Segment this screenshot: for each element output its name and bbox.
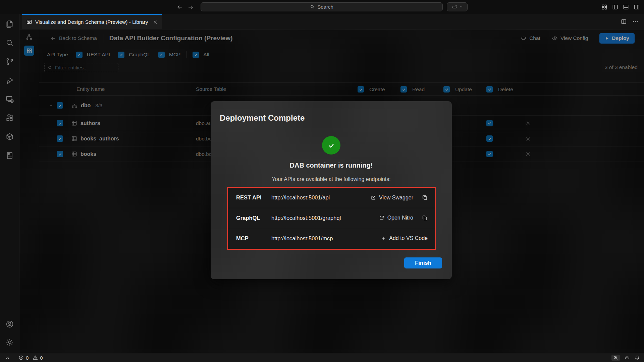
update-column-label: Update [455, 86, 472, 93]
create-column-label: Create [369, 86, 385, 93]
status-bar: 0 0 [0, 353, 644, 362]
delete-checkbox[interactable] [486, 151, 493, 157]
chat-label: Chat [529, 35, 540, 41]
endpoint-label: MCP [236, 235, 271, 242]
copy-icon[interactable] [422, 215, 428, 221]
arrow-left-icon [50, 36, 56, 41]
container-tools-icon[interactable] [5, 132, 14, 141]
row-settings-gear-icon[interactable] [525, 120, 531, 126]
dbo-group-checkbox[interactable] [57, 102, 63, 109]
delete-column-label: Delete [498, 86, 513, 93]
endpoint-url: http://localhost:5001/graphql [271, 215, 341, 221]
mcp-checkbox[interactable] [158, 52, 165, 58]
split-editor-icon[interactable] [621, 18, 627, 25]
table-grid-icon [71, 135, 77, 142]
notifications-bell-icon[interactable] [634, 355, 640, 361]
success-check-icon [322, 136, 340, 155]
deploy-button[interactable]: Deploy [599, 33, 635, 44]
warning-count: 0 [40, 355, 43, 361]
view-config-button[interactable]: View Config [552, 35, 588, 41]
source-table-header: Source Table [196, 86, 226, 92]
endpoint-row-graphql: GraphQL http://localhost:5001/graphql Op… [228, 208, 435, 229]
nav-back-icon[interactable] [176, 4, 183, 10]
chat-button[interactable]: Chat [521, 35, 540, 41]
graphql-label: GraphQL [129, 52, 150, 58]
back-to-schema-link[interactable]: Back to Schema [50, 35, 97, 41]
tab-visualize-design-schema[interactable]: Visualize and Design Schema (Preview) - … [22, 14, 162, 29]
read-column-checkbox[interactable] [400, 86, 407, 93]
delete-checkbox[interactable] [486, 135, 493, 142]
run-debug-icon[interactable] [5, 76, 14, 85]
api-type-divider [186, 51, 187, 58]
row-checkbox[interactable] [57, 135, 63, 142]
create-column-checkbox[interactable] [358, 86, 364, 93]
endpoint-url: http://localhost:5001/mcp [271, 235, 333, 242]
title-bar: Search [0, 0, 644, 14]
graphql-checkbox[interactable] [118, 52, 124, 58]
row-checkbox[interactable] [57, 151, 63, 157]
search-view-icon[interactable] [5, 38, 14, 48]
filter-entities-field[interactable] [55, 65, 109, 70]
copilot-status-icon[interactable] [624, 355, 630, 361]
settings-gear-icon[interactable] [5, 338, 14, 347]
warning-icon [33, 355, 38, 360]
endpoint-label: GraphQL [236, 215, 271, 221]
row-checkbox[interactable] [57, 120, 63, 126]
schema-view-icon[interactable] [24, 32, 34, 42]
page-title: Data API Builder Configuration (Preview) [109, 35, 233, 42]
open-nitro-link[interactable]: Open Nitro [379, 215, 413, 221]
view-config-label: View Config [560, 35, 588, 41]
copy-icon[interactable] [422, 195, 428, 200]
endpoint-url: http://localhost:5001/api [271, 194, 330, 201]
toggle-secondary-sidebar-icon[interactable] [633, 4, 640, 10]
editor-tab-bar: Visualize and Design Schema (Preview) - … [19, 14, 644, 29]
problems-indicator[interactable]: 0 0 [18, 355, 43, 361]
chevron-down-icon [459, 5, 463, 9]
delete-checkbox[interactable] [486, 120, 493, 126]
nav-forward-icon[interactable] [187, 4, 194, 10]
vscode-window: Search [0, 0, 644, 362]
update-column-checkbox[interactable] [443, 86, 450, 93]
account-icon[interactable] [5, 319, 14, 329]
filter-entities-input[interactable] [44, 63, 118, 72]
explorer-icon[interactable] [5, 19, 14, 29]
tab-close-icon[interactable] [153, 20, 158, 24]
more-actions-icon[interactable] [632, 18, 639, 25]
row-settings-gear-icon[interactable] [525, 151, 531, 157]
rest-api-checkbox[interactable] [76, 52, 83, 58]
all-label: All [203, 52, 209, 58]
source-control-icon[interactable] [5, 57, 14, 66]
endpoint-row-mcp: MCP http://localhost:5001/mcp Add to VS … [228, 228, 435, 249]
table-header-row: Entity Name Source Table Create Read Upd… [39, 82, 644, 96]
chevron-down-icon[interactable] [45, 103, 57, 108]
group-name: dbo [81, 103, 91, 109]
webview-side-toolbar [19, 29, 39, 353]
add-to-vscode-link[interactable]: Add to VS Code [381, 235, 428, 241]
toggle-primary-sidebar-icon[interactable] [612, 4, 619, 10]
filter-search-icon [48, 65, 52, 70]
extensions-icon[interactable] [5, 113, 14, 123]
copilot-icon [452, 4, 457, 10]
read-column-label: Read [412, 86, 425, 93]
finish-button[interactable]: Finish [404, 257, 442, 268]
database-projects-icon[interactable] [5, 151, 14, 160]
toggle-panel-icon[interactable] [623, 4, 629, 10]
dab-config-view-icon[interactable] [24, 46, 34, 56]
table-grid-icon [71, 151, 77, 157]
play-icon [605, 36, 609, 41]
endpoint-row-rest: REST API http://localhost:5001/api View … [228, 188, 435, 208]
copilot-menu-button[interactable] [447, 2, 468, 11]
view-swagger-link[interactable]: View Swagger [371, 195, 413, 201]
remote-indicator-icon[interactable] [5, 355, 10, 361]
all-checkbox[interactable] [193, 52, 199, 58]
group-count: 3/3 [95, 103, 102, 108]
screencast-zoom-icon[interactable] [611, 355, 620, 361]
api-type-row: API Type REST API GraphQL MCP All [39, 47, 644, 62]
customize-layout-icon[interactable] [601, 4, 608, 10]
config-header: Back to Schema Data API Builder Configur… [39, 29, 644, 47]
delete-column-checkbox[interactable] [486, 86, 493, 93]
mcp-label: MCP [169, 52, 180, 58]
row-settings-gear-icon[interactable] [525, 136, 531, 142]
command-search[interactable]: Search [201, 2, 443, 11]
remote-explorer-icon[interactable] [5, 95, 14, 104]
